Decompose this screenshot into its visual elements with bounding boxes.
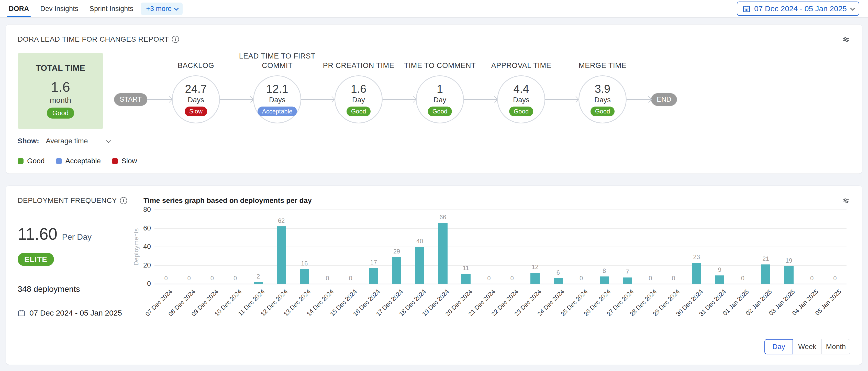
stage-unit: Days (594, 96, 611, 104)
tab-sprint-insights[interactable]: Sprint Insights (90, 0, 133, 18)
bar-value-label: 0 (810, 275, 813, 282)
legend-swatch (18, 158, 24, 164)
stage-unit: Days (188, 96, 204, 104)
deployment-bar[interactable] (438, 223, 447, 284)
y-axis-tick: 60 (132, 224, 151, 232)
stage-circle: 3.9DaysGood (579, 75, 627, 124)
stage-circle: 4.4DaysGood (497, 75, 545, 124)
more-tabs-button[interactable]: +3 more (141, 3, 183, 15)
bar-value-label: 0 (510, 275, 514, 282)
show-label: Show: (18, 137, 39, 145)
granularity-toggle: DayWeekMonth (765, 339, 850, 355)
flow-arrow-icon (301, 99, 335, 100)
legend-label: Acceptable (65, 157, 101, 165)
deployment-bar[interactable] (715, 275, 724, 284)
date-range-picker[interactable]: 07 Dec 2024 - 05 Jan 2025 (737, 2, 859, 16)
flow-stage: BACKLOG24.7DaysSlow (172, 75, 220, 124)
deployment-bar[interactable] (461, 274, 471, 284)
lead-time-card: DORA LEAD TIME FOR CHANGES REPORT i TOTA… (6, 24, 862, 174)
flow-arrow-icon (627, 99, 651, 100)
gridline (154, 246, 846, 247)
stage-unit: Day (352, 96, 365, 104)
stage-unit: Day (433, 96, 446, 104)
total-time-status-badge: Good (47, 108, 74, 119)
deployment-bar[interactable] (623, 277, 632, 284)
stats-date-range: 07 Dec 2024 - 05 Jan 2025 (29, 309, 122, 317)
info-icon[interactable]: i (120, 197, 127, 204)
deployment-bar[interactable] (761, 265, 770, 284)
flow-arrow-icon (220, 99, 253, 100)
gridline (154, 209, 846, 210)
flow-stage: MERGE TIME3.9DaysGood (579, 75, 627, 124)
stage-title: APPROVAL TIME (479, 61, 563, 70)
date-range-label: 07 Dec 2024 - 05 Jan 2025 (754, 4, 847, 13)
deployment-bar[interactable] (392, 257, 401, 284)
deployment-bar[interactable] (530, 273, 539, 284)
chart-subtitle: Time series graph based on deployments p… (130, 197, 850, 205)
total-time-value: 1.6 (51, 79, 70, 95)
tab-dora[interactable]: DORA (9, 0, 29, 18)
stage-title: MERGE TIME (560, 61, 645, 70)
stage-value: 1.6 (351, 82, 366, 95)
granularity-day-button[interactable]: Day (765, 339, 793, 355)
legend-item: Good (18, 157, 45, 165)
bar-value-label: 29 (393, 248, 400, 255)
flow-arrow-icon (464, 99, 497, 100)
bar-value-label: 17 (370, 259, 377, 266)
granularity-week-button[interactable]: Week (793, 339, 822, 355)
flow-stage: PR CREATION TIME1.6DayGood (335, 75, 382, 124)
flow-arrow-icon (147, 99, 172, 100)
y-axis-tick: 0 (132, 280, 151, 288)
bar-value-label: 0 (580, 275, 583, 282)
top-tab-bar: DORA Dev Insights Sprint Insights +3 mor… (0, 0, 868, 18)
deployment-bar[interactable] (554, 278, 563, 284)
deployment-bar[interactable] (415, 247, 424, 284)
bar-value-label: 0 (164, 275, 167, 282)
status-legend: GoodAcceptableSlow (18, 157, 850, 165)
deployment-bar[interactable] (300, 269, 309, 284)
stage-status-badge: Good (428, 106, 452, 116)
stage-circle: 1DayGood (416, 75, 464, 124)
bar-value-label: 0 (187, 275, 191, 282)
deployment-bar[interactable] (277, 226, 286, 284)
tab-dev-insights[interactable]: Dev Insights (40, 0, 79, 18)
bar-value-label: 9 (718, 266, 721, 273)
flow-stage: TIME TO COMMENT1DayGood (416, 75, 464, 124)
stage-unit: Days (513, 96, 529, 104)
y-axis-tick: 40 (132, 243, 151, 251)
granularity-month-button[interactable]: Month (822, 339, 850, 355)
legend-swatch (56, 158, 62, 164)
bar-value-label: 0 (833, 275, 837, 282)
flow-start-badge: START (114, 93, 147, 106)
chart-settings-icon[interactable] (842, 35, 850, 44)
stage-status-badge: Acceptable (257, 106, 297, 116)
deployment-bar[interactable] (369, 268, 378, 284)
bar-value-label: 0 (741, 275, 744, 282)
deployment-bar[interactable] (600, 276, 609, 284)
chevron-down-icon[interactable] (106, 138, 111, 143)
calendar-icon (18, 309, 25, 317)
y-axis-tick: 20 (132, 261, 151, 269)
stage-value: 1 (437, 82, 443, 95)
bar-value-label: 2 (256, 273, 260, 280)
deployments-bar-chart: Deployments 020406080007 Dec 2024008 Dec… (130, 207, 850, 329)
deployment-bar[interactable] (784, 266, 794, 284)
show-metric-dropdown[interactable]: Average time (46, 137, 88, 145)
total-deployments: 348 deployments (18, 284, 130, 294)
legend-item: Acceptable (56, 157, 101, 165)
deployments-per-day-value: 11.60 (18, 225, 57, 243)
bar-value-label: 0 (234, 275, 237, 282)
legend-item: Slow (112, 157, 137, 165)
info-icon[interactable]: i (172, 36, 179, 43)
legend-swatch (112, 158, 118, 164)
legend-label: Slow (122, 157, 137, 165)
flow-stage: LEAD TIME TO FIRST COMMIT12.1DaysAccepta… (253, 75, 301, 124)
more-tabs-label: +3 more (146, 5, 172, 13)
chart-settings-icon[interactable] (842, 197, 850, 205)
deployment-stats: 11.60 Per Day ELITE 348 deployments 07 D… (18, 205, 130, 329)
chevron-down-icon (174, 6, 179, 10)
deployment-bar[interactable] (692, 263, 701, 284)
stage-status-badge: Good (509, 106, 533, 116)
bar-value-label: 0 (211, 275, 214, 282)
bar-value-label: 12 (532, 263, 538, 271)
